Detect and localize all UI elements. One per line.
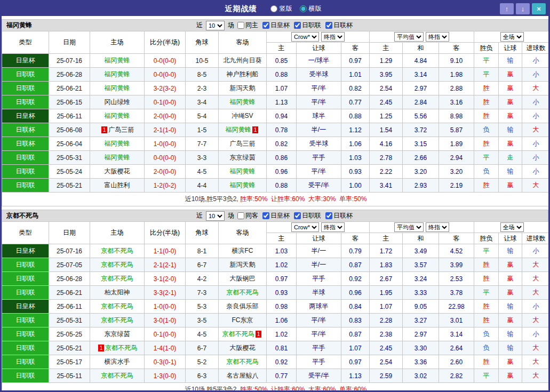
corner-count-cell: 10-5 — [186, 54, 219, 68]
home-team-cell: 福冈黄蜂 — [90, 137, 145, 151]
avg-away-odds-cell: 5.87 — [439, 123, 474, 137]
match-row: 日职联25-05-25东京绿茵0-1(0-0)4-5京都不死鸟11.02平/半0… — [2, 327, 550, 341]
win-draw-loss-cell: 胜 — [474, 179, 499, 193]
home-team-name: 柏太阳神 — [105, 289, 130, 296]
handicap-result-cell: 赢 — [499, 355, 522, 369]
average-select[interactable]: 平均值 — [394, 222, 424, 232]
match-row: 日职联25-05-24大阪樱花2-0(0-0)4-5福冈黄蜂0.96平/半0.9… — [2, 165, 550, 179]
league-checkbox-input[interactable] — [262, 212, 269, 219]
over-under-cell: 小 — [522, 95, 550, 109]
win-draw-loss-cell: 平 — [474, 54, 499, 68]
away-team-name: 新泻天鹅 — [230, 84, 256, 92]
over-under-cell: 大 — [522, 286, 550, 300]
league-checkbox-input[interactable] — [262, 22, 269, 29]
vertical-layout-radio-input[interactable] — [270, 5, 277, 12]
league-filter-checkbox[interactable]: 日职联 — [294, 21, 321, 30]
win-draw-loss-cell: 胜 — [474, 272, 499, 286]
league-type-badge: 日皇杯 — [2, 244, 49, 258]
scope-select[interactable]: 全场 — [500, 32, 524, 42]
league-checkbox-input[interactable] — [325, 212, 332, 219]
average-stage-select[interactable]: 终指 — [426, 32, 449, 42]
league-type-badge: 日职联 — [2, 165, 49, 179]
home-team-name: 京都不死鸟 — [101, 275, 133, 282]
scroll-down-button[interactable]: ↓ — [516, 3, 530, 14]
away-team-cell: 福冈黄蜂 — [219, 95, 267, 109]
avg-away-odds-cell: 2.94 — [439, 151, 474, 165]
over-under-cell: 小 — [522, 109, 550, 123]
over-under-cell: 小 — [522, 54, 550, 68]
scope-select[interactable]: 全场 — [500, 222, 524, 232]
away-team-cell: 新泻天鹅 — [219, 258, 267, 272]
avg-draw-odds-cell: 3.49 — [403, 244, 439, 258]
column-header: 比分(半场) — [145, 31, 186, 54]
bookmaker-select[interactable]: Crow* — [291, 222, 319, 232]
away-team-name: 东京绿茵 — [230, 154, 256, 161]
league-type-badge: 日职联 — [2, 369, 49, 383]
home-team-cell: 福冈黄蜂 — [90, 82, 145, 95]
vertical-layout-radio[interactable]: 竖版 — [270, 4, 292, 13]
avg-away-odds-cell: 3.16 — [439, 95, 474, 109]
same-venue-checkbox[interactable]: 同主 — [237, 21, 258, 30]
home-team-cell: 京都不死鸟 — [90, 314, 145, 327]
recent-count-select[interactable]: 10 — [206, 21, 225, 30]
home-odds-cell: 0.96 — [267, 165, 297, 179]
win-draw-loss-cell: 胜 — [474, 137, 499, 151]
home-team-cell: 富山胜利 — [90, 179, 145, 193]
handicap-line-cell: 半球 — [297, 286, 341, 300]
vertical-layout-label: 竖版 — [280, 4, 292, 13]
corner-count-cell: 3-5 — [186, 314, 219, 327]
handicap-result-cell: 赢 — [499, 314, 522, 327]
recent-label: 近 — [196, 21, 203, 30]
same-venue-checkbox-input[interactable] — [237, 22, 244, 29]
away-odds-cell: 0.93 — [341, 165, 370, 179]
same-venue-checkbox[interactable]: 同客 — [237, 211, 258, 220]
handicap-line-cell: 平手 — [297, 151, 341, 165]
same-venue-checkbox-input[interactable] — [237, 212, 244, 219]
league-filter-checkbox[interactable]: 日联杯 — [325, 211, 353, 220]
horizontal-layout-radio-input[interactable] — [300, 5, 307, 12]
down-arrow-icon: ↓ — [521, 5, 525, 13]
league-filter-checkbox[interactable]: 日皇杯 — [262, 21, 290, 30]
sub-column-header: 主 — [267, 233, 297, 244]
recent-count-select[interactable]: 10 — [206, 211, 225, 221]
league-filter-checkbox[interactable]: 日职联 — [294, 211, 321, 220]
red-card-badge: 1 — [101, 126, 108, 133]
average-select[interactable]: 平均值 — [394, 32, 424, 42]
title-group: 近期战绩 竖版 横版 — [225, 4, 325, 14]
win-draw-loss-cell: 胜 — [474, 314, 499, 327]
match-date: 25-05-11 — [49, 369, 90, 383]
away-team-cell: 东京绿茵 — [219, 151, 267, 165]
sections-container: 福冈黄蜂近10场同主日皇杯日职联日联杯类型日期主场比分(半场)角球客场Crow*… — [2, 19, 548, 392]
corner-count-cell: 8-5 — [186, 68, 219, 82]
avg-home-odds-cell: 1.83 — [370, 258, 403, 272]
avg-home-odds-cell: 2.67 — [370, 272, 403, 286]
horizontal-layout-radio[interactable]: 横版 — [300, 4, 322, 13]
win-draw-loss-cell: 负 — [474, 165, 499, 179]
home-team-name: 福冈黄蜂 — [105, 84, 130, 92]
avg-away-odds-cell: 3.20 — [439, 165, 474, 179]
avg-home-odds-cell: 2.78 — [370, 151, 403, 165]
close-button[interactable]: × — [532, 3, 546, 14]
corner-count-cell: 4-2 — [186, 272, 219, 286]
average-stage-select[interactable]: 终指 — [426, 222, 449, 232]
column-header: 主场 — [90, 31, 145, 54]
bookmaker-select[interactable]: Crow* — [291, 32, 319, 42]
score-cell: 0-0(0-0) — [145, 68, 186, 82]
away-odds-cell: 0.97 — [341, 54, 370, 68]
scroll-up-button[interactable]: ↑ — [500, 3, 514, 14]
odds-stage-select[interactable]: 终指 — [321, 222, 345, 232]
league-filter-checkbox[interactable]: 日联杯 — [325, 21, 353, 30]
match-row: 日职联25-06-28京都不死鸟3-1(2-0)4-2大阪钢巴0.97平手0.9… — [2, 272, 550, 286]
avg-away-odds-cell: 3.78 — [439, 286, 474, 300]
corner-count-cell: 1-5 — [186, 123, 219, 137]
odds-stage-select[interactable]: 终指 — [321, 32, 345, 42]
handicap-result-cell: 输 — [499, 341, 522, 355]
home-odds-cell: 1.13 — [267, 95, 297, 109]
league-checkbox-input[interactable] — [294, 22, 301, 29]
league-checkbox-input[interactable] — [294, 212, 301, 219]
handicap-result-cell: 输 — [499, 300, 522, 314]
avg-home-odds-cell: 1.54 — [370, 123, 403, 137]
avg-home-odds-cell: 1.29 — [370, 54, 403, 68]
league-filter-checkbox[interactable]: 日皇杯 — [262, 211, 290, 220]
league-checkbox-input[interactable] — [325, 22, 332, 29]
